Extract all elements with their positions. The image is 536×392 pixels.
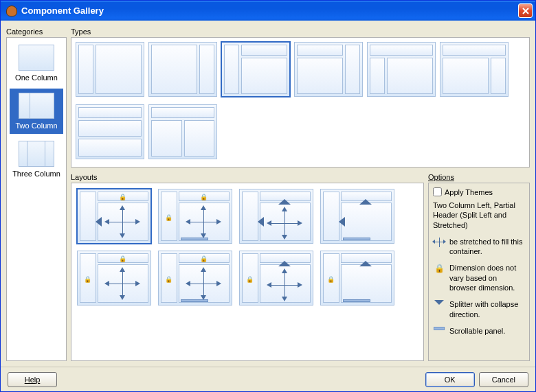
legend-text: Scrollable panel.	[449, 326, 505, 336]
layout-item[interactable]: 🔒 🔒	[158, 251, 232, 305]
types-list	[71, 37, 530, 168]
stretch-icon	[284, 211, 285, 235]
content-area: Categories One Column Two Column Three C…	[1, 21, 535, 367]
categories-panel: Categories One Column Two Column Three C…	[6, 26, 67, 361]
lock-icon: 🔒	[246, 276, 253, 283]
layout-item[interactable]: 🔒	[239, 251, 313, 305]
help-button[interactable]: Help	[8, 372, 57, 387]
type-item[interactable]	[148, 104, 217, 159]
layout-description: Two Column Left, Partial Header (Split L…	[433, 200, 525, 230]
options-label: Options	[428, 172, 530, 183]
splitter-up-icon	[359, 261, 372, 266]
types-label: Types	[71, 26, 530, 37]
layout-item[interactable]	[320, 189, 394, 244]
legend-text: be stretched to fill this container.	[449, 237, 525, 257]
layout-item[interactable]: 🔒	[320, 251, 394, 305]
scrollbar-icon	[181, 299, 208, 302]
scrollbar-icon	[343, 238, 370, 240]
titlebar[interactable]: Component Gallery	[1, 1, 535, 21]
layouts-panel: Layouts 🔒 🔒	[71, 172, 424, 361]
lock-icon: 🔒	[119, 255, 126, 262]
types-panel: Types	[71, 26, 530, 168]
category-thumb	[19, 45, 54, 71]
layouts-label: Layouts	[71, 172, 424, 183]
ok-button[interactable]: OK	[425, 372, 475, 387]
category-label: One Column	[15, 73, 58, 82]
type-item[interactable]	[367, 42, 436, 97]
type-item[interactable]	[294, 42, 363, 97]
category-thumb	[19, 93, 54, 119]
splitter-left-icon	[96, 217, 102, 227]
legend-text: Dimension does not vary based on browser…	[449, 263, 525, 292]
lock-icon: 🔒	[165, 214, 172, 221]
close-icon	[522, 8, 529, 14]
scrollbar-icon	[181, 238, 208, 240]
dialog-window: Component Gallery Categories One Column …	[0, 0, 536, 392]
lock-icon: 🔒	[165, 276, 172, 283]
lock-icon: 🔒	[200, 255, 207, 262]
type-item[interactable]	[221, 42, 290, 97]
category-label: Three Column	[12, 170, 60, 178]
layout-item[interactable]	[239, 189, 313, 244]
apply-themes-label: Apply Themes	[445, 188, 493, 196]
stretch-icon	[122, 271, 123, 296]
splitter-icon	[433, 299, 445, 305]
legend-lock: 🔒 Dimension does not vary based on brows…	[433, 263, 525, 292]
stretch-icon	[433, 237, 445, 247]
options-box: Apply Themes Two Column Left, Partial He…	[428, 183, 530, 361]
splitter-up-icon	[278, 199, 291, 205]
splitter-left-icon	[339, 217, 345, 227]
layout-item[interactable]: 🔒 🔒	[77, 251, 151, 305]
apply-themes-input[interactable]	[433, 187, 442, 196]
category-thumb	[19, 141, 54, 167]
stretch-icon	[284, 273, 285, 297]
lock-icon: 🔒	[433, 263, 445, 275]
close-button[interactable]	[518, 3, 533, 18]
category-one-column[interactable]: One Column	[10, 41, 63, 86]
category-two-column[interactable]: Two Column	[10, 89, 63, 134]
right-panel: Types	[71, 26, 530, 361]
type-item[interactable]	[440, 42, 509, 97]
scrollbar-icon	[343, 299, 370, 302]
categories-label: Categories	[6, 26, 67, 37]
apply-themes-checkbox[interactable]: Apply Themes	[433, 187, 525, 196]
app-icon	[6, 5, 17, 16]
lock-icon: 🔒	[84, 276, 91, 283]
type-item[interactable]	[76, 104, 144, 159]
scrollbar-icon	[433, 326, 445, 330]
lock-icon: 🔒	[119, 194, 126, 200]
footer: Help OK Cancel	[1, 367, 535, 391]
layouts-list: 🔒 🔒 🔒	[71, 183, 424, 361]
splitter-up-icon	[359, 199, 372, 205]
stretch-icon	[203, 209, 204, 234]
window-title: Component Gallery	[20, 5, 518, 16]
type-item[interactable]	[76, 42, 144, 97]
cancel-button[interactable]: Cancel	[479, 372, 528, 387]
lower-panel: Layouts 🔒 🔒	[71, 172, 530, 361]
legend-scrollable: Scrollable panel.	[433, 326, 525, 336]
options-panel: Options Apply Themes Two Column Left, Pa…	[428, 172, 530, 361]
splitter-left-icon	[258, 217, 264, 227]
layout-item[interactable]: 🔒	[77, 189, 151, 244]
category-three-column[interactable]: Three Column	[10, 137, 63, 182]
splitter-up-icon	[278, 261, 291, 266]
legend-text: Splitter with collapse direction.	[449, 299, 525, 319]
legend-splitter: Splitter with collapse direction.	[433, 299, 525, 319]
layout-item[interactable]: 🔒 🔒	[158, 189, 232, 244]
lock-icon: 🔒	[200, 194, 207, 200]
category-label: Two Column	[15, 122, 57, 130]
lock-icon: 🔒	[327, 276, 334, 283]
stretch-icon	[122, 209, 123, 234]
stretch-icon	[203, 271, 204, 296]
categories-list: One Column Two Column Three Column	[6, 37, 67, 361]
type-item[interactable]	[148, 42, 217, 97]
legend-stretch: be stretched to fill this container.	[433, 237, 525, 257]
